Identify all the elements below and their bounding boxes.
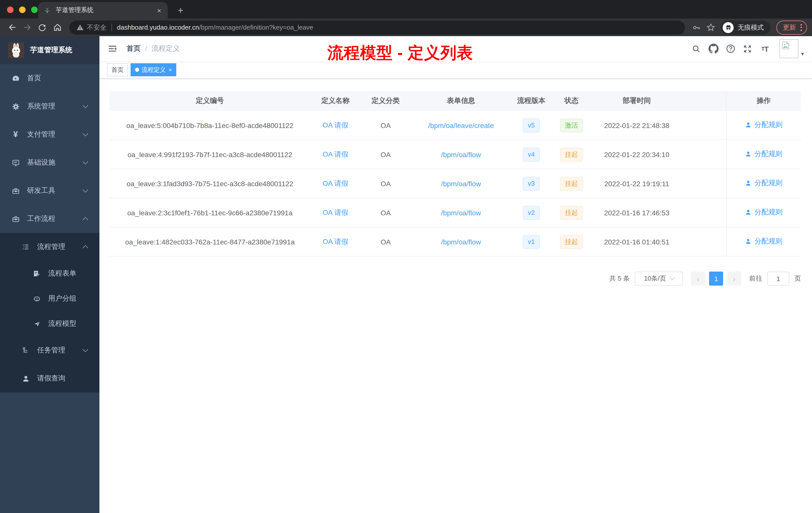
person-icon	[21, 374, 30, 383]
yen-icon: ¥	[11, 130, 20, 139]
sidebar-item-leave-query[interactable]: 请假查询	[0, 364, 99, 393]
window-controls[interactable]	[7, 6, 38, 13]
sidebar-item-infra[interactable]: 基础设施	[0, 149, 99, 177]
fullscreen-icon[interactable]	[743, 43, 753, 54]
assign-rule-link[interactable]: 分配规则	[745, 120, 783, 129]
page-unit-label: 页	[794, 274, 801, 283]
forward-icon[interactable]	[20, 20, 34, 34]
sidebar-item-process-form[interactable]: 流程表单	[0, 261, 99, 286]
sidebar-item-process-mgmt[interactable]: 流程管理	[0, 233, 99, 261]
update-label[interactable]: 更新	[783, 23, 796, 32]
page-1-button[interactable]: 1	[709, 272, 723, 285]
definition-name-link[interactable]: OA 请假	[323, 150, 348, 158]
not-secure-warning-icon[interactable]	[76, 24, 84, 31]
back-icon[interactable]	[5, 20, 19, 34]
sidebar-item-payment[interactable]: ¥ 支付管理	[0, 120, 99, 149]
chevron-down-icon	[83, 159, 88, 164]
reload-icon[interactable]	[35, 20, 49, 34]
sidebar-item-system[interactable]: 系统管理	[0, 92, 99, 120]
sidebar-item-label: 流程表单	[48, 269, 76, 278]
screen: 芋道管理系统 × + 不安全 dashboard.yudao.iocoder.c…	[0, 0, 812, 513]
prev-page-button[interactable]: ‹	[691, 272, 705, 285]
tag-home[interactable]: 首页	[107, 63, 128, 76]
assign-rule-link[interactable]: 分配规则	[745, 237, 783, 246]
sidebar-item-devtools[interactable]: 研发工具	[0, 177, 99, 205]
cell-id: oa_leave:3:1fad3d93-7b75-11ec-a3c8-acde4…	[110, 169, 310, 198]
gear-icon	[11, 102, 20, 111]
font-size-icon[interactable]: TT	[759, 43, 770, 54]
sidebar-item-home[interactable]: 首页	[0, 64, 99, 92]
breadcrumb-separator: /	[145, 45, 147, 53]
cell-category: OA	[360, 111, 411, 140]
version-badge: v3	[523, 176, 540, 190]
chevron-down-icon[interactable]: ▾	[801, 51, 804, 58]
avatar-broken-image-icon[interactable]	[780, 39, 799, 58]
tab-close-icon[interactable]: ×	[156, 6, 163, 14]
url-domain[interactable]: dashboard.yudao.iocoder.cn	[117, 24, 199, 31]
form-link[interactable]: /bpm/oa/flow	[441, 179, 481, 187]
next-page-button[interactable]: ›	[727, 272, 741, 285]
definition-name-link[interactable]: OA 请假	[323, 179, 348, 187]
form-link[interactable]: /bpm/oa/flow	[441, 150, 481, 158]
close-window-icon[interactable]	[7, 6, 13, 13]
form-link[interactable]: /bpm/oa/flow	[441, 238, 481, 246]
page-size-select[interactable]: 10条/页	[635, 272, 683, 285]
form-link[interactable]: /bpm/oa/flow	[441, 209, 481, 217]
help-icon[interactable]	[725, 43, 736, 54]
browser-menu-icon[interactable]	[801, 24, 802, 31]
browser-update-button[interactable]: 更新	[776, 20, 807, 34]
new-tab-button[interactable]: +	[175, 2, 186, 19]
cell-category: OA	[360, 227, 411, 256]
search-icon[interactable]	[691, 43, 702, 54]
col-header-name: 定义名称	[310, 91, 360, 111]
cell-deploy-time: 2022-01-16 17:46:53	[591, 198, 682, 227]
org-tree-icon	[21, 346, 30, 355]
col-header-filler	[682, 91, 726, 111]
hamburger-icon[interactable]	[108, 43, 118, 54]
close-icon[interactable]: ×	[169, 67, 172, 73]
security-label[interactable]: 不安全	[87, 23, 107, 32]
sidebar-item-label: 支付管理	[27, 130, 55, 139]
assign-rule-link[interactable]: 分配规则	[745, 208, 783, 217]
form-edit-icon	[32, 269, 41, 278]
col-header-form: 表单信息	[411, 91, 511, 111]
table-row: oa_leave:1:482ec033-762a-11ec-8477-a2380…	[110, 227, 801, 256]
github-icon[interactable]	[708, 43, 719, 54]
status-badge: 挂起	[560, 147, 583, 161]
definition-name-link[interactable]: OA 请假	[323, 121, 348, 129]
goto-page-input[interactable]	[767, 272, 789, 285]
tag-process-definition[interactable]: 流程定义 ×	[130, 63, 176, 76]
sprout-favicon-icon	[43, 6, 51, 14]
user-menu[interactable]: ▾	[780, 39, 804, 58]
bookmark-star-icon[interactable]	[704, 21, 717, 34]
sidebar-item-label: 工作流程	[27, 214, 55, 223]
assign-rule-link[interactable]: 分配规则	[745, 150, 783, 159]
address-bar[interactable]: 不安全 dashboard.yudao.iocoder.cn/bpm/manag…	[69, 20, 685, 34]
chevron-down-icon	[669, 275, 674, 280]
maximize-window-icon[interactable]	[31, 6, 38, 13]
sidebar-item-label: 首页	[27, 74, 41, 83]
sidebar-item-user-group[interactable]: 用户分组	[0, 286, 99, 311]
definition-name-link[interactable]: OA 请假	[323, 237, 348, 245]
breadcrumb-home[interactable]: 首页	[126, 44, 141, 53]
minimize-window-icon[interactable]	[19, 6, 26, 13]
form-link[interactable]: /bpm/oa/leave/create	[428, 121, 494, 129]
sidebar-item-task-mgmt[interactable]: 任务管理	[0, 336, 99, 364]
incognito-badge: 无痕模式	[721, 20, 770, 34]
sidebar-item-workflow[interactable]: 工作流程	[0, 205, 99, 233]
chevron-down-icon	[83, 103, 88, 109]
home-icon[interactable]	[50, 20, 64, 34]
version-badge: v1	[523, 235, 540, 249]
password-key-icon[interactable]	[690, 21, 703, 34]
pagination: 共 5 条 10条/页 ‹ 1 › 前往 页	[110, 272, 801, 285]
chevron-down-icon	[83, 346, 88, 352]
sidebar-item-process-model[interactable]: 流程模型	[0, 311, 99, 336]
annotation-title: 流程模型 - 定义列表	[327, 42, 473, 64]
browser-tab[interactable]: 芋道管理系统 ×	[38, 2, 168, 19]
assign-rule-link[interactable]: 分配规则	[745, 179, 783, 188]
url-path[interactable]: /bpm/manager/definition?key=oa_leave	[199, 24, 313, 31]
definition-name-link[interactable]: OA 请假	[323, 208, 348, 216]
col-header-action: 操作	[726, 91, 801, 111]
table-row: oa_leave:4:991f2193-7b7f-11ec-a3c8-acde4…	[110, 140, 801, 169]
app-logo-row[interactable]: 芋道管理系统	[0, 36, 99, 64]
